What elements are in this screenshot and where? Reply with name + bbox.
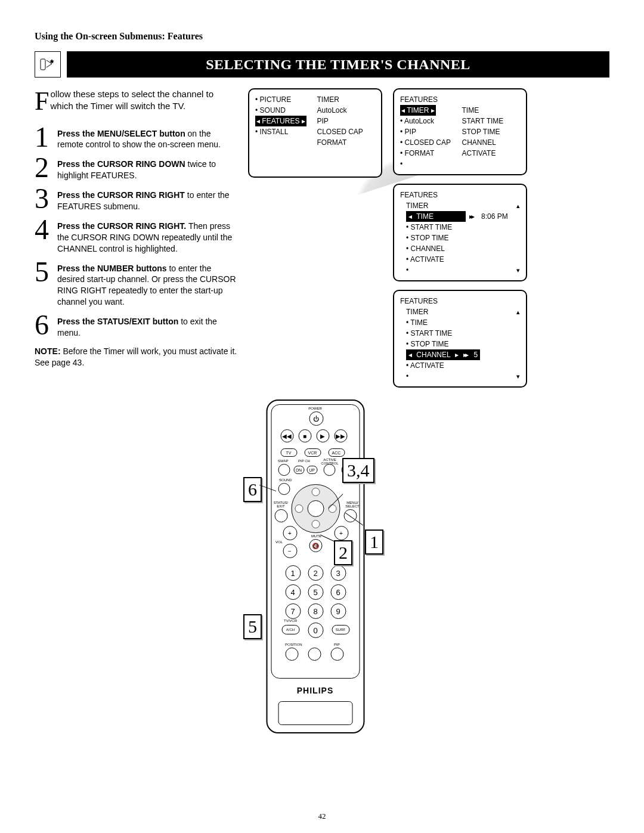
vol-up-button[interactable]: +	[283, 526, 297, 540]
sound-label: SOUND	[279, 478, 292, 482]
osd-item-install: INSTALL	[255, 126, 314, 137]
osd-item: TIME	[462, 105, 521, 116]
osd-item: START TIME	[462, 116, 521, 126]
position-button[interactable]	[285, 648, 298, 661]
osd-item: START TIME	[406, 222, 520, 233]
pip-button[interactable]	[330, 648, 343, 661]
illustration-column: PICTURE SOUND ◂ FEATURES ▸ INSTALL TIMER…	[248, 88, 609, 733]
osd-item: STOP TIME	[406, 339, 520, 349]
vol-down-button[interactable]: −	[283, 544, 297, 558]
tv-source-button[interactable]: TV	[280, 448, 297, 457]
instruction-column: Follow these steps to select the channel…	[35, 88, 237, 733]
num-0-button[interactable]: 0	[308, 623, 323, 638]
callout-2: 2	[334, 540, 352, 565]
brand-logo: PHILIPS	[267, 686, 363, 695]
cursor-ring-center[interactable]	[307, 500, 324, 517]
heading-row: SELECTING THE TIMER'S CHANNEL	[35, 51, 609, 78]
page-title: SELECTING THE TIMER'S CHANNEL	[67, 51, 609, 78]
note: NOTE: Before the Timer will work, you mu…	[35, 346, 237, 368]
num-8-button[interactable]: 8	[308, 603, 323, 619]
num-3-button[interactable]: 3	[330, 565, 346, 581]
position-label: POSITION	[285, 643, 302, 646]
step-number: 2	[35, 156, 52, 181]
osd-item-timer-selected: ◂ TIMER ▸	[400, 105, 436, 116]
power-label: POWER	[267, 407, 363, 410]
power-button[interactable]: ⏻	[309, 411, 323, 426]
osd-item: STOP TIME	[406, 233, 520, 243]
mute-button[interactable]: 🔇	[309, 539, 322, 552]
play-button[interactable]: ▶	[316, 429, 329, 442]
osd-header2: TIMER	[406, 306, 428, 317]
osd-time-value: 8:06 PM	[481, 211, 508, 222]
osd-features-menu: FEATURES ◂ TIMER ▸ AutoLock PIP CLOSED C…	[393, 88, 527, 175]
active-control-button[interactable]	[323, 464, 335, 476]
menu-label: MENU/ SELECT	[343, 501, 361, 508]
cursor-ring-left[interactable]	[295, 504, 303, 513]
svg-rect-0	[41, 59, 45, 70]
pipch-up-button[interactable]: UP	[306, 466, 317, 474]
osd-sub-closedcap: CLOSED CAP	[317, 126, 376, 137]
osd-timer-time: FEATURES TIMER ◂ TIME 8:06 PM START TIME…	[393, 184, 527, 281]
step-4: 4 Press the CURSOR RING RIGHT. Then pres…	[35, 218, 237, 255]
num-5-button[interactable]: 5	[308, 584, 323, 600]
osd-item: CLOSED CAP	[400, 137, 459, 148]
osd-item: AutoLock	[400, 116, 459, 126]
num-7-button[interactable]: 7	[285, 603, 301, 619]
step-6: 6 Press the STATUS/EXIT button to exit t…	[35, 314, 237, 339]
acc-source-button[interactable]: ACC	[328, 448, 345, 457]
rewind-button[interactable]: ◀◀	[280, 429, 293, 442]
surf-button[interactable]: SURF	[332, 625, 349, 634]
stop-button[interactable]: ■	[298, 429, 311, 442]
swap-button[interactable]	[278, 464, 290, 476]
callout-6: 6	[243, 477, 262, 502]
num-4-button[interactable]: 4	[285, 584, 301, 600]
cursor-ring-up[interactable]	[311, 488, 320, 496]
remote-shell: POWER ⏻ ◀◀ ■ ▶ ▶▶ TV VCR ACC SWAP PIP CH…	[266, 400, 364, 733]
osd-sub-pip: PIP	[317, 116, 376, 126]
down-arrow-icon	[516, 371, 520, 382]
sound-button[interactable]	[278, 483, 290, 495]
osd-header1: FEATURES	[400, 190, 520, 200]
right-arrow-icon	[463, 349, 467, 360]
ch-up-button[interactable]: +	[334, 526, 348, 540]
osd-item-time-selected: ◂ TIME	[406, 211, 466, 222]
osd-channel-value: 5	[473, 349, 478, 360]
step-number: 1	[35, 126, 52, 151]
vcr-source-button[interactable]: VCR	[304, 448, 321, 457]
ach-button[interactable]: A/CH	[281, 625, 299, 634]
num-9-button[interactable]: 9	[330, 603, 346, 619]
step-bold: Press the MENU/SELECT button	[57, 129, 185, 138]
osd-item-sound: SOUND	[255, 105, 314, 116]
osd-item-channel-selected: ◂ CHANNEL ▸ 5	[406, 349, 480, 360]
num-1-button[interactable]: 1	[285, 565, 301, 581]
remote-star-icon	[35, 51, 61, 78]
step-bold: Press the STATUS/EXIT button	[57, 317, 178, 326]
battery-cover	[278, 701, 352, 725]
osd-item: PIP	[400, 126, 459, 137]
step-number: 3	[35, 187, 52, 212]
step-1: 1 Press the MENU/SELECT button on the re…	[35, 126, 237, 151]
ffwd-button[interactable]: ▶▶	[334, 429, 347, 442]
vol-label: VOL	[275, 540, 283, 544]
pipch-label: PIP CH	[298, 459, 310, 463]
osd-item: ACTIVATE	[462, 148, 521, 159]
osd-sub-autolock: AutoLock	[317, 105, 376, 116]
cursor-ring-down[interactable]	[311, 520, 320, 528]
status-label: STATUS/ EXIT	[272, 501, 290, 508]
num-2-button[interactable]: 2	[308, 565, 323, 581]
cursor-ring-right[interactable]	[328, 504, 336, 513]
osd-item: ACTIVATE	[406, 254, 520, 265]
pipch-dn-button[interactable]: DN	[293, 466, 304, 474]
num-6-button[interactable]: 6	[330, 584, 346, 600]
status-exit-button[interactable]	[274, 509, 287, 522]
pip-label: PIP	[334, 643, 340, 646]
step-number: 4	[35, 218, 52, 255]
step-number: 6	[35, 314, 52, 339]
intro-paragraph: Follow these steps to select the channel…	[35, 88, 237, 113]
callout-1: 1	[365, 529, 383, 555]
osd-item-blank	[406, 265, 408, 275]
pip-select-button[interactable]	[308, 648, 321, 661]
step-bold: Press the CURSOR RING RIGHT	[57, 190, 185, 200]
osd-timer-channel: FEATURES TIMER TIME START TIME STOP TIME…	[393, 290, 527, 388]
osd-item: TIME	[406, 317, 520, 328]
